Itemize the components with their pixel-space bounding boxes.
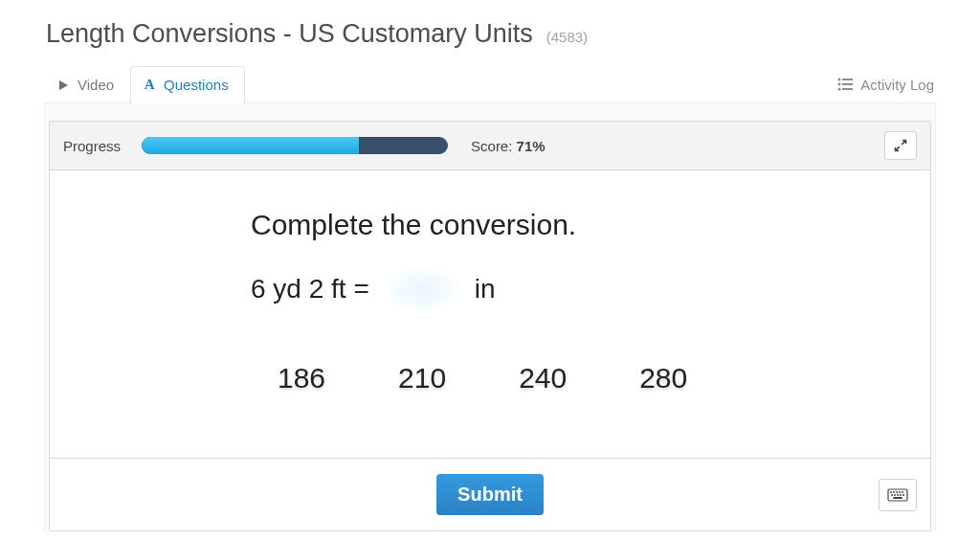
svg-rect-1	[842, 79, 853, 80]
keyboard-button[interactable]	[879, 479, 917, 511]
tab-video-label: Video	[78, 77, 114, 93]
svg-rect-3	[842, 83, 853, 85]
svg-point-2	[838, 83, 841, 86]
expand-icon	[894, 139, 907, 152]
question-body: Complete the conversion. 6 yd 2 ft = in …	[50, 170, 930, 458]
equation-unit: in	[475, 274, 496, 304]
tab-questions[interactable]: A Questions	[130, 66, 245, 103]
score-label: Score:	[471, 138, 512, 154]
submit-button[interactable]: Submit	[436, 474, 544, 515]
tab-questions-label: Questions	[164, 77, 229, 93]
svg-point-0	[838, 79, 841, 81]
option-3[interactable]: 280	[630, 358, 697, 398]
letter-a-icon: A	[143, 79, 156, 92]
progress-label: Progress	[63, 138, 121, 154]
tab-bar: Video A Questions Activity Log	[44, 66, 936, 103]
progress-fill	[142, 137, 359, 154]
question-equation: 6 yd 2 ft = in	[251, 268, 930, 310]
option-2[interactable]: 240	[509, 358, 576, 398]
score-text: Score: 71%	[471, 138, 546, 154]
question-card: Progress Score: 71%	[49, 121, 931, 531]
tab-video[interactable]: Video	[44, 66, 130, 102]
list-icon	[837, 78, 853, 91]
fullscreen-button[interactable]	[884, 131, 917, 160]
equation-lhs: 6 yd 2 ft =	[251, 274, 369, 304]
page-title: Length Conversions - US Customary Units	[46, 19, 533, 49]
option-0[interactable]: 186	[268, 358, 335, 398]
score-value: 71%	[517, 138, 546, 154]
play-icon	[56, 79, 70, 92]
page-title-count: (4583)	[546, 29, 588, 45]
svg-rect-5	[842, 88, 853, 90]
answer-blank[interactable]	[385, 268, 459, 310]
card-footer: Submit	[50, 458, 930, 530]
page-title-row: Length Conversions - US Customary Units …	[46, 19, 936, 49]
option-1[interactable]: 210	[389, 358, 456, 398]
progress-bar	[142, 137, 448, 154]
keyboard-icon	[887, 488, 908, 502]
card-header: Progress Score: 71%	[50, 122, 930, 170]
svg-point-4	[838, 88, 841, 91]
activity-log-label: Activity Log	[860, 77, 934, 93]
question-prompt: Complete the conversion.	[251, 209, 930, 241]
activity-log-link[interactable]: Activity Log	[826, 66, 936, 102]
answer-options: 186 210 240 280	[251, 358, 930, 398]
